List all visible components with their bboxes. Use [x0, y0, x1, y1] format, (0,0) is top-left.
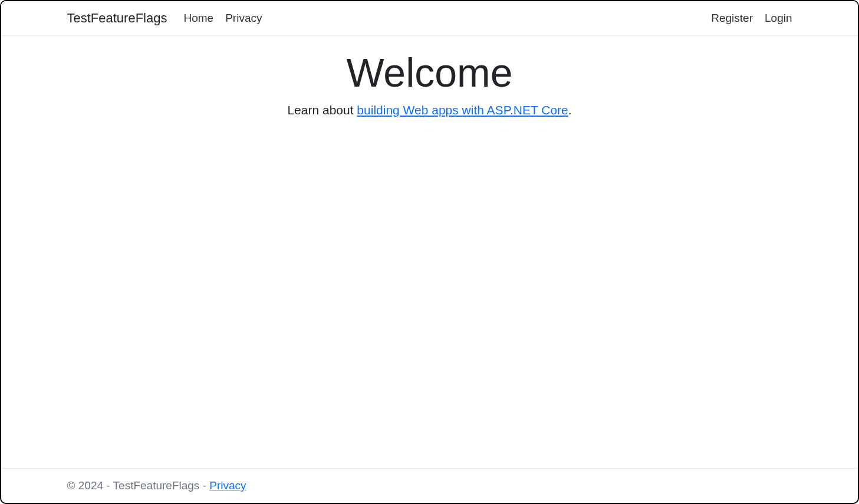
nav-register[interactable]: Register — [711, 9, 753, 27]
lead-suffix: . — [568, 103, 572, 117]
footer-copyright: © 2024 - TestFeatureFlags - — [67, 479, 210, 492]
brand-link[interactable]: TestFeatureFlags — [67, 11, 167, 26]
page-title: Welcome — [1, 49, 858, 97]
site-header: TestFeatureFlags Home Privacy Register L… — [1, 1, 858, 36]
main-content: Welcome Learn about building Web apps wi… — [1, 36, 858, 468]
nav-privacy[interactable]: Privacy — [225, 9, 262, 27]
lead-prefix: Learn about — [287, 103, 357, 117]
aspnet-docs-link[interactable]: building Web apps with ASP.NET Core — [357, 103, 568, 117]
lead-text: Learn about building Web apps with ASP.N… — [1, 103, 858, 117]
navbar: TestFeatureFlags Home Privacy Register L… — [41, 1, 819, 35]
content-container: Welcome Learn about building Web apps wi… — [1, 49, 858, 117]
navbar-left: TestFeatureFlags Home Privacy — [67, 9, 262, 27]
navbar-right: Register Login — [711, 9, 792, 27]
footer-container: © 2024 - TestFeatureFlags - Privacy — [41, 479, 819, 492]
site-footer: © 2024 - TestFeatureFlags - Privacy — [1, 468, 858, 503]
footer-privacy-link[interactable]: Privacy — [209, 479, 246, 492]
nav-home[interactable]: Home — [183, 9, 213, 27]
nav-login[interactable]: Login — [765, 9, 792, 27]
